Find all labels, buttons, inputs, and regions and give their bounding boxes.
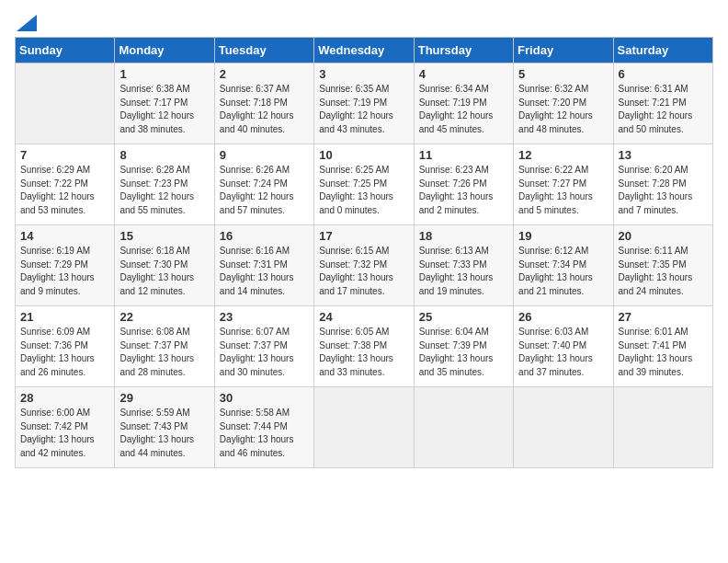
day-header-sunday: Sunday	[16, 38, 115, 63]
header	[15, 15, 713, 26]
day-number: 20	[619, 229, 708, 243]
calendar-cell: 3Sunrise: 6:35 AMSunset: 7:19 PMDaylight…	[314, 63, 414, 144]
cell-info: Sunrise: 6:00 AMSunset: 7:42 PMDaylight:…	[20, 407, 109, 460]
calendar-cell: 10Sunrise: 6:25 AMSunset: 7:25 PMDayligh…	[314, 144, 414, 225]
calendar-cell: 6Sunrise: 6:31 AMSunset: 7:21 PMDaylight…	[613, 63, 712, 144]
day-number: 28	[20, 391, 109, 405]
day-number: 8	[119, 148, 209, 162]
day-number: 24	[319, 310, 408, 324]
day-number: 18	[419, 229, 508, 243]
calendar-cell: 29Sunrise: 5:59 AMSunset: 7:43 PMDayligh…	[115, 387, 214, 468]
cell-info: Sunrise: 6:20 AMSunset: 7:28 PMDaylight:…	[619, 164, 708, 217]
cell-info: Sunrise: 5:59 AMSunset: 7:43 PMDaylight:…	[119, 407, 209, 460]
cell-info: Sunrise: 6:31 AMSunset: 7:21 PMDaylight:…	[619, 83, 708, 136]
calendar-cell: 24Sunrise: 6:05 AMSunset: 7:38 PMDayligh…	[314, 306, 414, 387]
cell-info: Sunrise: 6:23 AMSunset: 7:26 PMDaylight:…	[419, 164, 508, 217]
cell-info: Sunrise: 6:07 AMSunset: 7:37 PMDaylight:…	[220, 326, 309, 379]
calendar-cell: 28Sunrise: 6:00 AMSunset: 7:42 PMDayligh…	[16, 387, 115, 468]
day-header-saturday: Saturday	[613, 38, 712, 63]
day-header-friday: Friday	[514, 38, 613, 63]
day-number: 21	[20, 310, 109, 324]
cell-info: Sunrise: 6:18 AMSunset: 7:30 PMDaylight:…	[119, 245, 209, 298]
day-number: 29	[119, 391, 209, 405]
calendar-cell	[414, 387, 513, 468]
cell-info: Sunrise: 6:15 AMSunset: 7:32 PMDaylight:…	[319, 245, 408, 298]
cell-info: Sunrise: 6:26 AMSunset: 7:24 PMDaylight:…	[220, 164, 309, 217]
cell-info: Sunrise: 6:09 AMSunset: 7:36 PMDaylight:…	[20, 326, 109, 379]
calendar-table: SundayMondayTuesdayWednesdayThursdayFrid…	[15, 37, 713, 468]
day-number: 25	[419, 310, 508, 324]
calendar-cell: 16Sunrise: 6:16 AMSunset: 7:31 PMDayligh…	[214, 225, 313, 306]
day-number: 23	[220, 310, 309, 324]
cell-info: Sunrise: 6:29 AMSunset: 7:22 PMDaylight:…	[20, 164, 109, 217]
day-number: 6	[619, 67, 708, 81]
calendar-cell: 15Sunrise: 6:18 AMSunset: 7:30 PMDayligh…	[115, 225, 214, 306]
day-header-wednesday: Wednesday	[314, 38, 414, 63]
day-number: 9	[220, 148, 309, 162]
calendar-cell: 12Sunrise: 6:22 AMSunset: 7:27 PMDayligh…	[514, 144, 613, 225]
calendar-cell: 4Sunrise: 6:34 AMSunset: 7:19 PMDaylight…	[414, 63, 513, 144]
calendar-cell: 14Sunrise: 6:19 AMSunset: 7:29 PMDayligh…	[16, 225, 115, 306]
day-number: 15	[119, 229, 209, 243]
cell-info: Sunrise: 6:03 AMSunset: 7:40 PMDaylight:…	[518, 326, 608, 379]
calendar-cell: 13Sunrise: 6:20 AMSunset: 7:28 PMDayligh…	[613, 144, 712, 225]
calendar-cell: 25Sunrise: 6:04 AMSunset: 7:39 PMDayligh…	[414, 306, 513, 387]
calendar-cell: 7Sunrise: 6:29 AMSunset: 7:22 PMDaylight…	[16, 144, 115, 225]
cell-info: Sunrise: 6:12 AMSunset: 7:34 PMDaylight:…	[518, 245, 608, 298]
cell-info: Sunrise: 6:13 AMSunset: 7:33 PMDaylight:…	[419, 245, 508, 298]
calendar-cell	[16, 63, 115, 144]
calendar-cell: 22Sunrise: 6:08 AMSunset: 7:37 PMDayligh…	[115, 306, 214, 387]
cell-info: Sunrise: 5:58 AMSunset: 7:44 PMDaylight:…	[220, 407, 309, 460]
day-number: 27	[619, 310, 708, 324]
calendar-cell: 8Sunrise: 6:28 AMSunset: 7:23 PMDaylight…	[115, 144, 214, 225]
cell-info: Sunrise: 6:38 AMSunset: 7:17 PMDaylight:…	[119, 83, 209, 136]
logo-icon	[17, 15, 37, 31]
calendar-cell: 1Sunrise: 6:38 AMSunset: 7:17 PMDaylight…	[115, 63, 214, 144]
day-number: 1	[119, 67, 209, 81]
cell-info: Sunrise: 6:35 AMSunset: 7:19 PMDaylight:…	[319, 83, 408, 136]
day-number: 30	[220, 391, 309, 405]
cell-info: Sunrise: 6:32 AMSunset: 7:20 PMDaylight:…	[518, 83, 608, 136]
day-number: 5	[518, 67, 608, 81]
day-header-tuesday: Tuesday	[214, 38, 313, 63]
day-number: 17	[319, 229, 408, 243]
cell-info: Sunrise: 6:08 AMSunset: 7:37 PMDaylight:…	[119, 326, 209, 379]
cell-info: Sunrise: 6:04 AMSunset: 7:39 PMDaylight:…	[419, 326, 508, 379]
cell-info: Sunrise: 6:01 AMSunset: 7:41 PMDaylight:…	[619, 326, 708, 379]
day-number: 11	[419, 148, 508, 162]
calendar-cell: 26Sunrise: 6:03 AMSunset: 7:40 PMDayligh…	[514, 306, 613, 387]
calendar-cell: 2Sunrise: 6:37 AMSunset: 7:18 PMDaylight…	[214, 63, 313, 144]
logo	[15, 15, 37, 26]
day-header-monday: Monday	[115, 38, 214, 63]
cell-info: Sunrise: 6:25 AMSunset: 7:25 PMDaylight:…	[319, 164, 408, 217]
day-number: 2	[220, 67, 309, 81]
cell-info: Sunrise: 6:28 AMSunset: 7:23 PMDaylight:…	[119, 164, 209, 217]
day-number: 13	[619, 148, 708, 162]
calendar-cell: 19Sunrise: 6:12 AMSunset: 7:34 PMDayligh…	[514, 225, 613, 306]
cell-info: Sunrise: 6:16 AMSunset: 7:31 PMDaylight:…	[220, 245, 309, 298]
day-header-thursday: Thursday	[414, 38, 513, 63]
day-number: 7	[20, 148, 109, 162]
day-number: 22	[119, 310, 209, 324]
cell-info: Sunrise: 6:34 AMSunset: 7:19 PMDaylight:…	[419, 83, 508, 136]
day-number: 4	[419, 67, 508, 81]
calendar-cell: 30Sunrise: 5:58 AMSunset: 7:44 PMDayligh…	[214, 387, 313, 468]
day-number: 26	[518, 310, 608, 324]
cell-info: Sunrise: 6:19 AMSunset: 7:29 PMDaylight:…	[20, 245, 109, 298]
day-number: 14	[20, 229, 109, 243]
day-number: 19	[518, 229, 608, 243]
day-number: 16	[220, 229, 309, 243]
calendar-cell	[514, 387, 613, 468]
calendar-cell: 9Sunrise: 6:26 AMSunset: 7:24 PMDaylight…	[214, 144, 313, 225]
day-number: 12	[518, 148, 608, 162]
calendar-cell	[613, 387, 712, 468]
calendar-cell: 21Sunrise: 6:09 AMSunset: 7:36 PMDayligh…	[16, 306, 115, 387]
calendar-cell: 5Sunrise: 6:32 AMSunset: 7:20 PMDaylight…	[514, 63, 613, 144]
cell-info: Sunrise: 6:22 AMSunset: 7:27 PMDaylight:…	[518, 164, 608, 217]
cell-info: Sunrise: 6:37 AMSunset: 7:18 PMDaylight:…	[220, 83, 309, 136]
cell-info: Sunrise: 6:05 AMSunset: 7:38 PMDaylight:…	[319, 326, 408, 379]
svg-marker-0	[17, 15, 37, 31]
calendar-cell: 27Sunrise: 6:01 AMSunset: 7:41 PMDayligh…	[613, 306, 712, 387]
cell-info: Sunrise: 6:11 AMSunset: 7:35 PMDaylight:…	[619, 245, 708, 298]
calendar-cell: 18Sunrise: 6:13 AMSunset: 7:33 PMDayligh…	[414, 225, 513, 306]
